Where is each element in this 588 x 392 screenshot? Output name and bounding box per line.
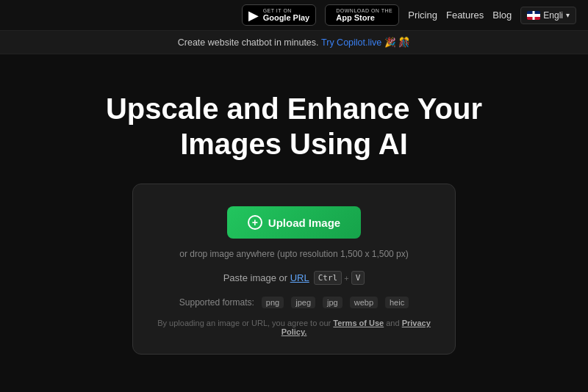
format-webp: webp [350, 297, 378, 308]
ctrl-key: Ctrl [314, 271, 343, 285]
terms-of-use-link[interactable]: Terms of Use [333, 319, 384, 327]
hero-title: Upscale and Enhance Your Images Using AI [74, 91, 514, 161]
format-png: png [262, 297, 284, 308]
sample-section: No Image? Try one of these [0, 377, 588, 392]
keyboard-shortcut: Ctrl + V [314, 271, 365, 285]
language-selector[interactable]: Engli ▾ [520, 7, 576, 24]
language-label: Engli [543, 10, 563, 21]
google-play-icon: ▶ [248, 9, 259, 22]
format-jpg: jpg [323, 297, 343, 308]
nav-blog[interactable]: Blog [492, 10, 512, 21]
format-jpeg: jpeg [291, 297, 315, 308]
top-navigation: ▶ GET IT ON Google Play Download on the … [0, 0, 588, 31]
upload-card: + Upload Image or drop image anywhere (u… [132, 184, 456, 355]
nav-features[interactable]: Features [446, 10, 484, 21]
paste-row: Paste image or URL Ctrl + V [155, 271, 433, 285]
announcement-text: Create website chatbot in minutes. [178, 37, 319, 48]
tos-text: By uploading an image or URL, you agree … [155, 319, 433, 336]
google-play-badge[interactable]: ▶ GET IT ON Google Play [242, 4, 317, 26]
announcement-cta[interactable]: Try Copilot.live [321, 37, 381, 48]
upload-image-button[interactable]: + Upload Image [227, 206, 361, 239]
announcement-emoji: 🎉 🎊 [384, 37, 410, 48]
nav-pricing[interactable]: Pricing [408, 10, 437, 21]
flag-icon [527, 11, 540, 20]
google-play-text: GET IT ON Google Play [263, 8, 310, 22]
paste-label: Paste image or URL [223, 272, 309, 283]
chevron-down-icon: ▾ [566, 11, 570, 19]
drop-hint: or drop image anywhere (upto resolution … [155, 249, 433, 259]
app-store-text: Download on the App Store [336, 8, 392, 22]
format-heic: heic [385, 297, 409, 308]
app-store-badge[interactable]: Download on the App Store [325, 4, 399, 26]
announcement-bar: Create website chatbot in minutes. Try C… [0, 31, 588, 54]
upload-icon: + [248, 215, 262, 230]
formats-label: Supported formats: [179, 297, 254, 308]
v-key: V [351, 271, 365, 285]
formats-row: Supported formats: png jpeg jpg webp hei… [155, 297, 433, 308]
plus-sep: + [344, 274, 348, 283]
url-link[interactable]: URL [290, 272, 309, 283]
hero-section: Upscale and Enhance Your Images Using AI… [0, 54, 588, 377]
